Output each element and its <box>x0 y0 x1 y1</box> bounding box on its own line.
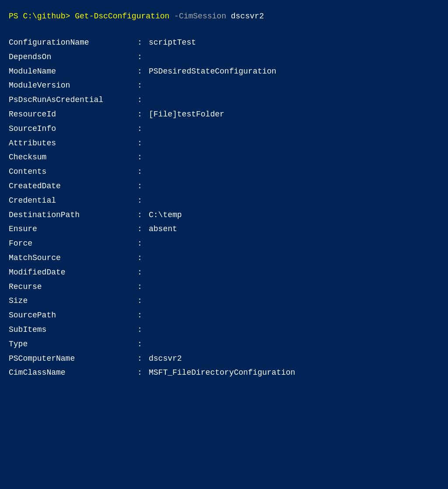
prop-sep: : <box>136 122 149 136</box>
prop-value <box>149 337 439 352</box>
prop-value <box>149 308 439 323</box>
prop-sep: : <box>136 222 149 236</box>
table-row: ModifiedDate: <box>9 265 439 280</box>
prop-name: DestinationPath <box>9 208 136 222</box>
prop-name: Size <box>9 294 136 308</box>
table-row: DestinationPath: C:\temp <box>9 208 439 222</box>
table-row: SourcePath: <box>9 308 439 323</box>
prop-sep: : <box>136 93 149 107</box>
prop-value <box>149 150 439 165</box>
prop-value: C:\temp <box>149 208 439 222</box>
command-line: PS C:\github> Get-DscConfiguration -CimS… <box>9 11 439 22</box>
table-row: Attributes: <box>9 136 439 151</box>
table-row: PsDscRunAsCredential: <box>9 93 439 107</box>
prop-name: SubItems <box>9 323 136 337</box>
prop-name: CimClassName <box>9 366 136 380</box>
prop-value <box>149 78 439 93</box>
prop-sep: : <box>136 193 149 208</box>
prop-sep: : <box>136 308 149 323</box>
prop-name: ModuleVersion <box>9 78 136 93</box>
prop-name: ResourceId <box>9 107 136 122</box>
prop-value: absent <box>149 222 439 236</box>
prop-sep: : <box>136 208 149 222</box>
prop-value: MSFT_FileDirectoryConfiguration <box>149 366 439 380</box>
prop-value <box>149 193 439 208</box>
prop-sep: : <box>136 323 149 337</box>
prop-sep: : <box>136 179 149 193</box>
prop-value <box>149 93 439 107</box>
prop-value <box>149 136 439 151</box>
table-row: CimClassName: MSFT_FileDirectoryConfigur… <box>9 366 439 380</box>
prop-sep: : <box>136 236 149 251</box>
prop-name: MatchSource <box>9 251 136 265</box>
prop-value <box>149 280 439 294</box>
prop-name: ModuleName <box>9 64 136 79</box>
table-row: PSComputerName: dscsvr2 <box>9 352 439 366</box>
prop-name: DependsOn <box>9 50 136 64</box>
table-row: ModuleName: PSDesiredStateConfiguration <box>9 64 439 79</box>
prop-name: Contents <box>9 165 136 179</box>
prop-name: Ensure <box>9 222 136 236</box>
prop-value <box>149 50 439 64</box>
prop-value <box>149 122 439 136</box>
properties-table: ConfigurationName: scriptTestDependsOn: … <box>9 35 439 380</box>
table-row: Credential: <box>9 193 439 208</box>
prop-value <box>149 294 439 308</box>
command-value: dscsvr2 <box>231 12 264 21</box>
prop-name: ModifiedDate <box>9 265 136 280</box>
command-param: -CimSession <box>174 12 226 21</box>
prop-sep: : <box>136 265 149 280</box>
prop-sep: : <box>136 165 149 179</box>
table-row: Checksum: <box>9 150 439 165</box>
prop-sep: : <box>136 337 149 352</box>
prop-value <box>149 251 439 265</box>
table-row: Contents: <box>9 165 439 179</box>
terminal-window: PS C:\github> Get-DscConfiguration -CimS… <box>5 7 443 489</box>
prop-value: PSDesiredStateConfiguration <box>149 64 439 79</box>
prop-value: [File]testFolder <box>149 107 439 122</box>
prop-sep: : <box>136 294 149 308</box>
prop-name: Attributes <box>9 136 136 151</box>
table-row: Recurse: <box>9 280 439 294</box>
prop-sep: : <box>136 150 149 165</box>
table-row: CreatedDate: <box>9 179 439 193</box>
table-row: ModuleVersion: <box>9 78 439 93</box>
table-row: ResourceId: [File]testFolder <box>9 107 439 122</box>
prop-sep: : <box>136 251 149 265</box>
prop-name: Force <box>9 236 136 251</box>
table-row: Force: <box>9 236 439 251</box>
prop-sep: : <box>136 35 149 50</box>
prop-name: SourceInfo <box>9 122 136 136</box>
prop-sep: : <box>136 107 149 122</box>
prop-name: PsDscRunAsCredential <box>9 93 136 107</box>
table-row: SourceInfo: <box>9 122 439 136</box>
prop-name: PSComputerName <box>9 352 136 366</box>
prop-value <box>149 323 439 337</box>
prop-name: Recurse <box>9 280 136 294</box>
table-row: Ensure: absent <box>9 222 439 236</box>
prop-value <box>149 265 439 280</box>
table-row: ConfigurationName: scriptTest <box>9 35 439 50</box>
table-row: DependsOn: <box>9 50 439 64</box>
prop-value <box>149 236 439 251</box>
prop-name: Type <box>9 337 136 352</box>
prop-name: ConfigurationName <box>9 35 136 50</box>
prop-value: scriptTest <box>149 35 439 50</box>
prop-sep: : <box>136 366 149 380</box>
prop-sep: : <box>136 280 149 294</box>
prop-sep: : <box>136 352 149 366</box>
table-row: MatchSource: <box>9 251 439 265</box>
prop-value: dscsvr2 <box>149 352 439 366</box>
prop-name: Credential <box>9 193 136 208</box>
prop-value <box>149 179 439 193</box>
table-row: SubItems: <box>9 323 439 337</box>
prop-sep: : <box>136 136 149 151</box>
table-row: Size: <box>9 294 439 308</box>
prop-sep: : <box>136 64 149 79</box>
prop-sep: : <box>136 78 149 93</box>
prop-name: CreatedDate <box>9 179 136 193</box>
table-row: Type: <box>9 337 439 352</box>
prop-value <box>149 165 439 179</box>
prop-name: Checksum <box>9 150 136 165</box>
prompt: PS C:\github> <box>9 12 70 21</box>
